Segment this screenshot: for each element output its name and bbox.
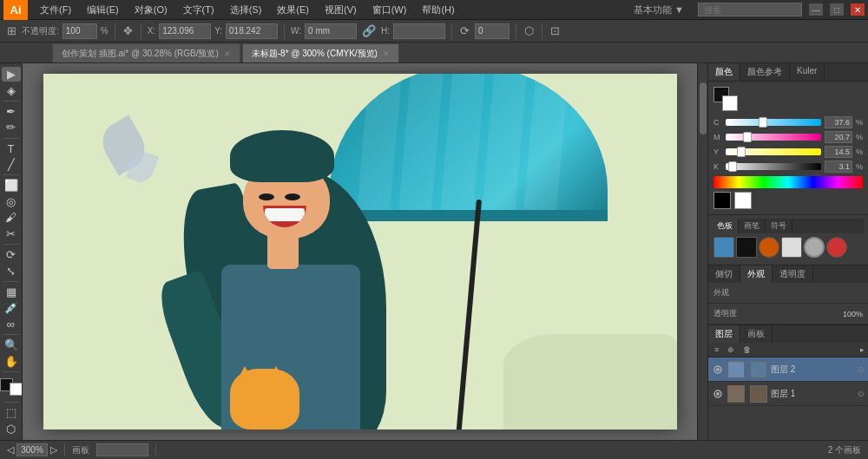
scrollbar-thumb[interactable] [700, 82, 707, 134]
w-input[interactable] [305, 23, 357, 39]
tool-ellipse[interactable]: ◎ [2, 194, 21, 209]
window-maximize-button[interactable]: □ [830, 3, 844, 16]
tab-0-close[interactable]: ✕ [224, 49, 231, 58]
menu-text[interactable]: 文字(T) [176, 2, 221, 18]
zoom-input[interactable] [16, 443, 48, 456]
tool-type[interactable]: T [2, 141, 21, 155]
window-minimize-button[interactable]: — [809, 3, 823, 16]
tool-artboards[interactable]: ⬡ [2, 421, 21, 436]
swatch-3[interactable] [781, 237, 802, 258]
color-selector[interactable] [0, 378, 23, 397]
layer-2-lock-icon[interactable]: ⊙ [858, 365, 865, 374]
layers-menu-btn[interactable]: ▸ [860, 345, 865, 354]
tool-brush[interactable]: 🖌 [2, 210, 21, 225]
tool-pen[interactable]: ✒ [2, 104, 21, 119]
c-value[interactable] [825, 116, 852, 128]
tab-0[interactable]: 创作策划 插图.ai* @ 30.28% (RGB/预览) ✕ [52, 43, 240, 62]
m-slider-track[interactable] [726, 134, 821, 141]
m-slider-thumb[interactable] [743, 132, 752, 142]
tool-rect[interactable]: ⬜ [2, 178, 21, 193]
swatch-1[interactable] [736, 237, 757, 258]
canvas-area[interactable] [23, 63, 697, 440]
c-slider-track[interactable] [726, 119, 821, 126]
workspace-label[interactable]: 基本功能 ▼ [634, 3, 684, 16]
tool-select[interactable]: ▶ [2, 67, 21, 82]
m-value[interactable] [825, 131, 852, 143]
menu-object[interactable]: 对象(O) [128, 2, 174, 18]
menu-edit[interactable]: 编辑(E) [80, 2, 126, 18]
window-close-button[interactable]: ✕ [851, 3, 865, 16]
menu-help[interactable]: 帮助(H) [415, 2, 461, 18]
h-input[interactable] [393, 23, 445, 39]
grid-icon[interactable]: ⊞ [5, 24, 18, 37]
tab-color-guide[interactable]: 颜色参考 [740, 63, 790, 81]
shear-icon[interactable]: ⬡ [523, 24, 536, 37]
tool-pencil[interactable]: ✏ [2, 120, 21, 134]
background-color[interactable] [10, 383, 23, 396]
tool-gradient[interactable]: ▦ [2, 285, 21, 299]
y-slider-thumb[interactable] [737, 147, 746, 157]
layer-2-visibility[interactable] [712, 364, 724, 376]
tool-line[interactable]: ╱ [2, 157, 21, 172]
swatch-2[interactable] [759, 237, 779, 258]
transform-icon[interactable]: ⊡ [549, 24, 562, 37]
tab-layers[interactable]: 图层 [708, 325, 740, 343]
artboard-selector[interactable] [96, 443, 148, 456]
swatch-4[interactable] [804, 237, 825, 258]
layers-new-btn[interactable]: ⊕ [725, 344, 737, 355]
tab-1-close[interactable]: ✕ [383, 49, 390, 58]
tab-appearance[interactable]: 外观 [740, 266, 773, 283]
tool-rotate[interactable]: ⟳ [2, 247, 21, 262]
layers-options-btn[interactable]: ≡ [712, 344, 721, 355]
k-slider-track[interactable] [726, 163, 821, 170]
swatch-0[interactable] [713, 237, 734, 258]
rotation-input[interactable] [475, 23, 510, 39]
layers-delete-btn[interactable]: 🗑 [740, 344, 753, 355]
tab-1[interactable]: 未标题-8* @ 300% (CMYK/预览) ✕ [242, 43, 399, 62]
opacity-row-value[interactable]: 100% [843, 310, 863, 318]
tool-zoom[interactable]: 🔍 [2, 338, 21, 352]
tool-eyedropper[interactable]: 💉 [2, 300, 21, 315]
swatch-white[interactable] [734, 192, 752, 209]
vertical-scrollbar[interactable] [697, 63, 707, 440]
bg-swatch[interactable] [722, 95, 738, 111]
tab-kuler[interactable]: Kuler [790, 63, 825, 81]
layer-item-2[interactable]: 图层 2 ⊙ [708, 357, 868, 382]
opacity-input[interactable] [62, 23, 97, 39]
menu-effect[interactable]: 效果(E) [270, 2, 316, 18]
tab-brushes[interactable]: 画笔 [739, 219, 766, 233]
tab-swatches[interactable]: 色板 [712, 219, 739, 233]
tab-artboards[interactable]: 画板 [740, 325, 773, 343]
c-slider-thumb[interactable] [759, 117, 767, 128]
layer-item-1[interactable]: 图层 1 ⊙ [708, 382, 868, 406]
color-spectrum[interactable] [713, 176, 863, 188]
layer-1-name[interactable]: 图层 1 [771, 388, 854, 400]
menu-file[interactable]: 文件(F) [33, 2, 78, 18]
tab-flatten[interactable]: 侧切 [708, 266, 740, 283]
tool-blend[interactable]: ∞ [2, 317, 21, 331]
layer-1-lock-icon[interactable]: ⊙ [858, 390, 865, 398]
layer-2-name[interactable]: 图层 2 [771, 364, 854, 376]
zoom-control[interactable]: ◁ ▷ [7, 443, 57, 456]
k-value[interactable] [825, 161, 852, 173]
tool-scissors[interactable]: ✂ [2, 226, 21, 241]
tab-symbols[interactable]: 符号 [766, 219, 792, 233]
menu-window[interactable]: 窗口(W) [365, 2, 414, 18]
tool-scale[interactable]: ⤡ [2, 263, 21, 278]
y-slider-track[interactable] [726, 148, 821, 155]
link-icon[interactable]: 🔗 [360, 24, 378, 37]
y-value[interactable] [825, 146, 852, 158]
y-input[interactable] [226, 23, 278, 39]
tool-direct-select[interactable]: ◈ [2, 82, 21, 97]
menu-select[interactable]: 选择(S) [223, 2, 269, 18]
layer-1-visibility[interactable] [712, 388, 724, 400]
tab-color[interactable]: 颜色 [708, 63, 740, 81]
menu-view[interactable]: 视图(V) [318, 2, 364, 18]
swatch-black[interactable] [713, 192, 731, 209]
tab-transparency[interactable]: 透明度 [773, 266, 813, 283]
search-input[interactable] [698, 3, 802, 16]
align-icon[interactable]: ⟳ [458, 24, 471, 37]
swatch-5[interactable] [826, 237, 847, 258]
k-slider-thumb[interactable] [728, 161, 737, 172]
color-fg-bg-selector[interactable] [713, 87, 738, 111]
